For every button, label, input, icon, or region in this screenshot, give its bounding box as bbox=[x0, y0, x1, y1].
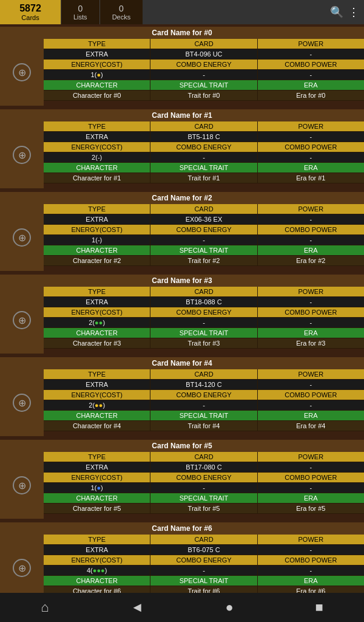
add-card-button-1[interactable]: ⊕ bbox=[13, 146, 31, 164]
trait-value-1: Trait for #1 bbox=[150, 173, 257, 183]
add-card-button-2[interactable]: ⊕ bbox=[13, 228, 31, 247]
card-energy-header-row-2: ENERGY(COST) COMBO ENERGY COMBO POWER bbox=[44, 225, 364, 235]
card-character-value-row-5: Character for #5 Trait for #5 Era for #5 bbox=[44, 504, 364, 514]
combo-energy-value-6: - bbox=[150, 566, 257, 575]
add-card-button-0[interactable]: ⊕ bbox=[13, 63, 31, 81]
recents-button[interactable]: ■ bbox=[315, 600, 323, 615]
energy-value-4: 2(●●) bbox=[44, 400, 150, 410]
card-circle-area-0: ⊕ bbox=[0, 39, 44, 106]
power-value-0: - bbox=[258, 49, 364, 59]
combo-power-value-0: - bbox=[258, 70, 364, 80]
combo-energy-label-5: COMBO ENERGY bbox=[150, 473, 257, 482]
energy-label-1: ENERGY(COST) bbox=[44, 142, 150, 152]
card-energy-header-row-3: ENERGY(COST) COMBO ENERGY COMBO POWER bbox=[44, 307, 364, 318]
menu-icon[interactable]: ⋮ bbox=[348, 5, 359, 19]
combo-energy-value-1: - bbox=[150, 152, 257, 162]
era-value-1: Era for #1 bbox=[258, 173, 364, 183]
type-label-1: TYPE bbox=[44, 121, 150, 131]
card-row-wrapper-1: ⊕ TYPE CARD POWER EXTRA BT5-118 C - ENER… bbox=[0, 121, 364, 188]
card-energy-header-row-4: ENERGY(COST) COMBO ENERGY COMBO POWER bbox=[44, 390, 364, 400]
card-row-wrapper-3: ⊕ TYPE CARD POWER EXTRA BT18-088 C - ENE… bbox=[0, 287, 364, 354]
card-character-header-row-3: CHARACTER SPECIAL TRAIT ERA bbox=[44, 328, 364, 338]
extra-label-1: EXTRA bbox=[44, 132, 150, 142]
type-label-5: TYPE bbox=[44, 452, 150, 462]
decks-tab[interactable]: 0 Decks bbox=[99, 0, 143, 24]
card-character-value-row-1: Character for #1 Trait for #1 Era for #1 bbox=[44, 173, 364, 183]
era-value-5: Era for #5 bbox=[258, 504, 364, 513]
combo-power-label-1: COMBO POWER bbox=[258, 142, 364, 152]
type-value-2: CARD bbox=[150, 204, 257, 214]
trait-label-1: SPECIAL TRAIT bbox=[150, 163, 257, 173]
combo-power-label-6: COMBO POWER bbox=[258, 555, 364, 565]
card-name-row-1: Card Name for #1 bbox=[0, 109, 364, 121]
character-label-2: CHARACTER bbox=[44, 245, 150, 255]
energy-label-0: ENERGY(COST) bbox=[44, 60, 150, 69]
card-name-row-2: Card Name for #2 bbox=[0, 192, 364, 204]
energy-value-2: 1(-) bbox=[44, 235, 150, 245]
card-extra-row-5: EXTRA BT17-080 C - bbox=[44, 462, 364, 473]
energy-label-6: ENERGY(COST) bbox=[44, 555, 150, 565]
card-block: Card Name for #2 ⊕ TYPE CARD POWER EXTRA… bbox=[0, 192, 364, 271]
extra-label-3: EXTRA bbox=[44, 297, 150, 307]
character-label-3: CHARACTER bbox=[44, 328, 150, 338]
add-card-button-5[interactable]: ⊕ bbox=[13, 476, 31, 494]
type-value-3: CARD bbox=[150, 287, 257, 296]
power-value-5: - bbox=[258, 462, 364, 472]
card-energy-value-row-2: 1(-) - - bbox=[44, 235, 364, 245]
extra-value-1: BT5-118 C bbox=[150, 132, 257, 142]
card-character-header-row-1: CHARACTER SPECIAL TRAIT ERA bbox=[44, 163, 364, 173]
card-data-2: TYPE CARD POWER EXTRA EX06-36 EX - ENERG… bbox=[44, 204, 364, 266]
era-label-3: ERA bbox=[258, 328, 364, 338]
decks-label: Decks bbox=[112, 13, 131, 21]
type-value-6: CARD bbox=[150, 535, 257, 544]
decks-count: 0 bbox=[119, 4, 124, 13]
card-name-row-0: Card Name for #0 bbox=[0, 27, 364, 39]
card-data-6: TYPE CARD POWER EXTRA BT6-075 C - ENERGY… bbox=[44, 535, 364, 596]
trait-label-4: SPECIAL TRAIT bbox=[150, 411, 257, 420]
character-value-5: Character for #5 bbox=[44, 504, 150, 513]
card-data-0: TYPE CARD POWER EXTRA BT4-096 UC - ENERG… bbox=[44, 39, 364, 101]
card-extra-row-0: EXTRA BT4-096 UC - bbox=[44, 49, 364, 60]
combo-power-label-3: COMBO POWER bbox=[258, 307, 364, 317]
energy-value-6: 4(●●●) bbox=[44, 566, 150, 575]
power-label-6: POWER bbox=[258, 535, 364, 544]
card-row-wrapper-4: ⊕ TYPE CARD POWER EXTRA BT14-120 C - ENE… bbox=[0, 369, 364, 436]
combo-energy-value-3: - bbox=[150, 318, 257, 327]
era-value-0: Era for #0 bbox=[258, 91, 364, 100]
add-card-button-6[interactable]: ⊕ bbox=[13, 559, 31, 577]
type-value-5: CARD bbox=[150, 452, 257, 462]
type-label-2: TYPE bbox=[44, 204, 150, 214]
energy-value-3: 2(●●) bbox=[44, 318, 150, 327]
power-value-3: - bbox=[258, 297, 364, 307]
card-row-wrapper-2: ⊕ TYPE CARD POWER EXTRA EX06-36 EX - ENE… bbox=[0, 204, 364, 271]
card-energy-value-row-4: 2(●●) - - bbox=[44, 400, 364, 411]
extra-value-2: EX06-36 EX bbox=[150, 214, 257, 224]
card-data-3: TYPE CARD POWER EXTRA BT18-088 C - ENERG… bbox=[44, 287, 364, 349]
home-button[interactable]: ⌂ bbox=[41, 600, 49, 615]
trait-label-3: SPECIAL TRAIT bbox=[150, 328, 257, 338]
power-value-6: - bbox=[258, 545, 364, 555]
search-icon[interactable]: 🔍 bbox=[330, 5, 343, 19]
home-circle-button[interactable]: ● bbox=[226, 600, 234, 615]
power-label-2: POWER bbox=[258, 204, 364, 214]
era-label-0: ERA bbox=[258, 80, 364, 90]
card-type-row-3: TYPE CARD POWER bbox=[44, 287, 364, 297]
combo-power-label-0: COMBO POWER bbox=[258, 60, 364, 69]
add-card-button-4[interactable]: ⊕ bbox=[13, 394, 31, 412]
card-character-header-row-2: CHARACTER SPECIAL TRAIT ERA bbox=[44, 245, 364, 256]
combo-energy-label-6: COMBO ENERGY bbox=[150, 555, 257, 565]
top-bar-actions: 🔍 ⋮ bbox=[325, 0, 364, 24]
lists-tab[interactable]: 0 Lists bbox=[61, 0, 99, 24]
era-value-2: Era for #2 bbox=[258, 256, 364, 265]
combo-power-value-1: - bbox=[258, 152, 364, 162]
extra-label-6: EXTRA bbox=[44, 545, 150, 555]
card-energy-header-row-0: ENERGY(COST) COMBO ENERGY COMBO POWER bbox=[44, 60, 364, 70]
add-card-button-3[interactable]: ⊕ bbox=[13, 311, 31, 329]
era-label-1: ERA bbox=[258, 163, 364, 173]
back-button[interactable]: ◄ bbox=[130, 600, 144, 615]
card-circle-area-3: ⊕ bbox=[0, 287, 44, 354]
energy-label-3: ENERGY(COST) bbox=[44, 307, 150, 317]
card-circle-area-4: ⊕ bbox=[0, 369, 44, 436]
card-type-row-1: TYPE CARD POWER bbox=[44, 121, 364, 132]
combo-energy-label-1: COMBO ENERGY bbox=[150, 142, 257, 152]
